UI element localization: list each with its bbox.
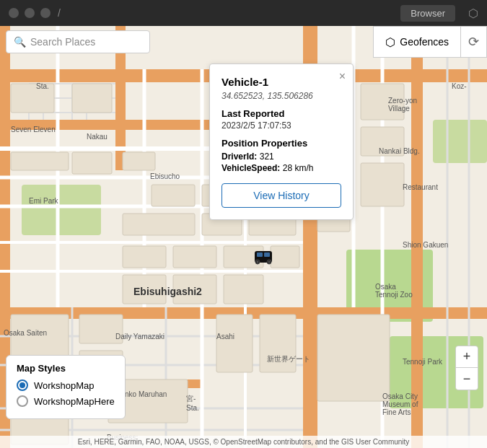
geofences-icon: ⬡ [385,35,395,49]
map-style-label-0: WorkshopMap [34,380,95,391]
svg-rect-47 [123,214,195,235]
svg-rect-63 [361,127,404,156]
replay-button[interactable]: ⟳ [461,26,487,58]
popup-vehicle-title: Vehicle-1 [221,76,341,88]
map-style-label-1: WorkshopMapHere [34,396,115,407]
popup-prop-driverid: DriverId: 321 [221,151,341,162]
svg-rect-68 [216,315,253,372]
radio-inner [19,382,25,388]
svg-rect-4 [433,120,487,163]
external-link-icon[interactable]: ⬡ [468,6,478,20]
svg-rect-55 [173,275,216,304]
popup-position-props-label: Position Properties [221,138,341,149]
svg-rect-74 [257,252,263,257]
popup-prop-vehiclespeed-val: 28 km/h [283,163,314,173]
geofences-label: Geofences [400,36,449,48]
popup-prop-vehiclespeed-key: VehicleSpeed: [221,163,280,173]
svg-rect-41 [11,152,69,170]
replay-icon: ⟳ [468,34,479,50]
search-placeholder: Search Places [30,36,95,48]
popup-close-button[interactable]: × [339,70,346,83]
svg-rect-1 [22,185,101,235]
traffic-light-icon [9,8,19,18]
svg-rect-56 [224,275,263,304]
svg-rect-54 [123,275,166,304]
top-toolbar: 🔍 Search Places ⬡ Geofences ⟳ [0,26,487,58]
radio-workshopmap[interactable] [17,379,28,391]
popup-prop-driverid-key: DriverId: [221,151,257,162]
svg-rect-67 [317,315,390,401]
zoom-out-button[interactable]: − [456,368,478,390]
svg-rect-65 [361,163,404,206]
zoom-in-button[interactable]: + [456,346,478,368]
path-slash: / [58,7,61,19]
zoom-controls: + − [455,346,478,390]
svg-rect-51 [173,246,216,268]
popup-last-reported-value: 2023/2/5 17:07:53 [221,120,341,131]
popup-prop-driverid-val: 321 [260,151,274,162]
titlebar: / Browser ⬡ [0,0,487,26]
svg-rect-39 [11,84,54,113]
geofences-button[interactable]: ⬡ Geofences [373,26,461,58]
popup-coords: 34.652523, 135.506286 [221,91,341,101]
map-style-option-1[interactable]: WorkshopMapHere [17,395,115,407]
view-history-button[interactable]: View History [221,183,341,208]
popup-prop-vehiclespeed: VehicleSpeed: 28 km/h [221,163,341,173]
svg-rect-53 [271,246,299,268]
popup-last-reported-label: Last Reported [221,108,341,119]
svg-rect-44 [152,185,195,206]
radio-workshopmaphere[interactable] [17,395,28,407]
window-controls [9,8,51,18]
map-attribution: Esri, HERE, Garmin, FAO, NOAA, USGS, © O… [0,436,487,448]
svg-rect-11 [411,26,423,448]
search-bar[interactable]: 🔍 Search Places [6,30,150,53]
traffic-light-icon [40,8,51,18]
vehicle-popup: × Vehicle-1 34.652523, 135.506286 Last R… [209,63,354,220]
svg-rect-50 [123,246,166,268]
map-style-option-0[interactable]: WorkshopMap [17,379,115,391]
map-styles-title: Map Styles [17,363,115,374]
svg-point-80 [257,261,259,263]
search-icon: 🔍 [14,36,26,48]
map-container[interactable]: Sta. Seven Eleven Nakau Ebisucho Emi Par… [0,26,487,448]
map-styles-panel: Map Styles WorkshopMap WorkshopMapHere [6,355,126,419]
browser-button[interactable]: Browser [400,5,455,22]
svg-rect-58 [79,315,123,343]
svg-rect-43 [123,152,155,170]
svg-rect-42 [72,152,112,174]
traffic-light-icon [25,8,35,18]
svg-rect-62 [361,84,404,120]
svg-rect-40 [72,84,112,113]
toolbar-right: ⬡ Geofences ⟳ [373,26,487,58]
vehicle-marker[interactable] [252,245,275,271]
svg-rect-75 [264,252,270,257]
svg-point-81 [268,261,271,263]
svg-rect-69 [260,315,296,372]
